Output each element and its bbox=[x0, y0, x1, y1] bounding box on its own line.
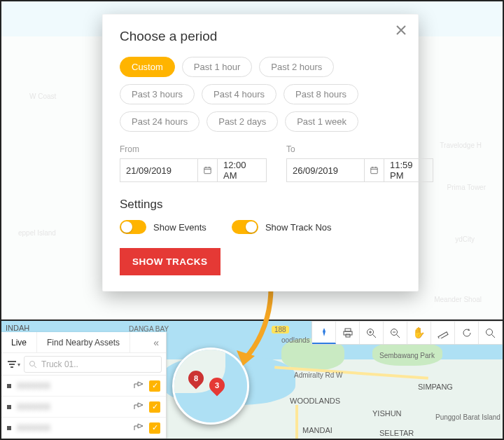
map-label: MANDAI bbox=[302, 426, 332, 434]
period-chip-1w[interactable]: Past 1 week bbox=[285, 111, 358, 132]
settings-heading: Settings bbox=[120, 198, 401, 212]
asset-checkbox[interactable]: ✓ bbox=[149, 401, 160, 413]
asset-search-input[interactable]: Truck 01.. bbox=[24, 356, 162, 373]
share-icon[interactable] bbox=[134, 380, 144, 391]
map-toolbar: ✋ bbox=[312, 321, 503, 345]
show-events-toggle[interactable] bbox=[120, 220, 146, 234]
zoom-in-icon[interactable] bbox=[360, 322, 384, 344]
map-label: INDAH bbox=[6, 324, 29, 332]
to-time-input[interactable]: 11:59 PM bbox=[384, 158, 433, 182]
asset-row[interactable]: XXXXXX ✓ bbox=[1, 418, 166, 439]
bullet-icon bbox=[7, 405, 11, 409]
asset-name: XXXXXX bbox=[17, 402, 128, 412]
map-label: SELETAR bbox=[379, 429, 414, 437]
svg-point-19 bbox=[486, 329, 493, 335]
show-track-nos-label: Show Track Nos bbox=[265, 222, 332, 233]
period-chip-2d[interactable]: Past 2 days bbox=[206, 111, 278, 132]
asset-name: XXXXXX bbox=[17, 381, 128, 391]
svg-line-16 bbox=[397, 334, 400, 338]
map-label: YISHUN bbox=[372, 409, 402, 418]
search-icon[interactable] bbox=[479, 322, 503, 344]
tab-find-nearby[interactable]: Find Nearby Assets bbox=[37, 332, 130, 352]
show-events-label: Show Events bbox=[153, 222, 206, 233]
show-tracks-button[interactable]: SHOW TRACKS bbox=[120, 248, 220, 275]
from-label: From bbox=[120, 144, 267, 154]
to-label: To bbox=[286, 144, 433, 154]
map-magnifier: 8 3 bbox=[172, 348, 249, 425]
map-label: Punggol Barat Island bbox=[435, 413, 484, 421]
bullet-icon bbox=[7, 426, 11, 430]
svg-line-20 bbox=[492, 334, 496, 338]
zoom-out-icon[interactable] bbox=[384, 322, 407, 344]
collapse-sidebar-icon[interactable]: « bbox=[146, 337, 166, 348]
period-chip-4h[interactable]: Past 4 hours bbox=[202, 84, 276, 104]
svg-line-12 bbox=[373, 334, 377, 338]
from-date-input[interactable]: 21/09/2019 bbox=[120, 158, 198, 182]
map-label: SIMPANG bbox=[418, 383, 453, 391]
period-chip-24h[interactable]: Past 24 hours bbox=[120, 111, 200, 132]
svg-rect-18 bbox=[438, 332, 447, 338]
asset-checkbox[interactable]: ✓ bbox=[149, 380, 160, 392]
measure-ruler-icon[interactable] bbox=[431, 322, 455, 344]
period-chip-2h[interactable]: Past 2 hours bbox=[259, 57, 334, 77]
svg-rect-0 bbox=[204, 167, 211, 174]
refresh-icon[interactable] bbox=[455, 322, 479, 344]
close-icon[interactable] bbox=[394, 23, 408, 37]
modal-title: Choose a period bbox=[120, 29, 401, 44]
to-date-input[interactable]: 26/09/2019 bbox=[286, 158, 365, 182]
period-chip-group: Custom Past 1 hour Past 2 hours Past 3 h… bbox=[120, 57, 401, 132]
map-label: WOODLANDS bbox=[290, 397, 340, 405]
asset-checkbox[interactable]: ✓ bbox=[149, 422, 160, 434]
period-chip-3h[interactable]: Past 3 hours bbox=[120, 84, 195, 104]
pan-hand-icon[interactable]: ✋ bbox=[407, 322, 431, 344]
route-badge: 188 bbox=[272, 326, 289, 334]
svg-rect-8 bbox=[345, 329, 351, 331]
to-calendar-icon[interactable] bbox=[365, 158, 384, 182]
svg-point-24 bbox=[30, 361, 35, 366]
share-icon[interactable] bbox=[134, 422, 144, 433]
asset-name: XXXXXX bbox=[17, 423, 128, 433]
tab-live[interactable]: Live bbox=[1, 332, 37, 352]
from-time-input[interactable]: 12:00 AM bbox=[218, 158, 267, 182]
svg-line-25 bbox=[34, 366, 36, 368]
asset-row[interactable]: XXXXXX ✓ bbox=[1, 397, 166, 418]
search-placeholder: Truck 01.. bbox=[41, 359, 78, 369]
map-label: Sembawang Park bbox=[379, 352, 435, 359]
svg-rect-4 bbox=[371, 167, 377, 174]
period-chip-1h[interactable]: Past 1 hour bbox=[182, 57, 253, 77]
map-label: Admiralty Rd W bbox=[294, 371, 342, 379]
period-chip-custom[interactable]: Custom bbox=[120, 57, 175, 77]
filter-icon[interactable]: ▾ bbox=[6, 358, 21, 371]
print-icon[interactable] bbox=[336, 322, 360, 344]
show-track-nos-toggle[interactable] bbox=[232, 220, 258, 234]
asset-row[interactable]: XXXXXX ✓ bbox=[1, 376, 166, 397]
period-modal: Choose a period Custom Past 1 hour Past … bbox=[102, 14, 419, 291]
asset-sidebar: Live Find Nearby Assets « ▾ Truck 01.. X… bbox=[1, 332, 167, 439]
share-icon[interactable] bbox=[134, 401, 144, 412]
bullet-icon bbox=[7, 384, 11, 388]
period-chip-8h[interactable]: Past 8 hours bbox=[284, 84, 358, 104]
pin-tool-icon[interactable] bbox=[312, 322, 336, 344]
from-calendar-icon[interactable] bbox=[198, 158, 218, 182]
